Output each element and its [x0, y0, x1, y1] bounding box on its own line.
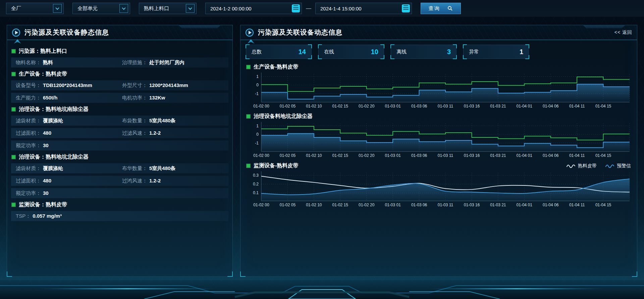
dynamic-info-panel: 污染源及关联设备动态信息 << 返回 总数 14 在线 10 离线 3 异	[240, 25, 637, 277]
wave-line-icon	[567, 164, 575, 168]
date-range-separator: —	[306, 5, 311, 11]
treatment-device-chart-block: 治理设备料地坑北除尘器 10-101-02 0001-02 0501-02 10…	[246, 113, 632, 159]
stat-card-abnormal: 异常 1	[463, 45, 529, 59]
green-square-icon	[12, 203, 15, 207]
x-tick-label: 01-03 21	[490, 203, 506, 207]
y-tick-label: 1	[256, 74, 259, 79]
x-tick-label: 01-02 20	[359, 203, 375, 207]
static-info-panel: 污染源及关联设备静态信息 污染源：熟料上料口 物料名称：熟料 治理措施：处于封闭…	[7, 25, 233, 277]
x-tick-label: 01-02 05	[280, 203, 296, 207]
chart-canvas: 0.30.20.101-02 0001-02 0501-02 1001-02 1…	[246, 171, 632, 208]
x-tick-label: 01-04 06	[543, 104, 559, 109]
info-row: 生产能力：650t/h 电机功率：132Kw	[11, 93, 228, 103]
search-button[interactable]: 查询	[421, 3, 461, 14]
x-tick-label: 01-03 06	[411, 153, 427, 158]
section-header-label: 治理设备：熟料地坑北除尘器	[19, 154, 89, 161]
y-tick-label: 0	[256, 83, 259, 87]
x-tick-label: 01-03 16	[464, 153, 480, 158]
x-tick-label: 01-03 01	[385, 153, 401, 158]
info-cell: 额定功率：30	[16, 190, 122, 197]
x-tick-label: 01-04 11	[569, 104, 585, 109]
y-tick-label: 0.3	[253, 173, 259, 178]
calendar-icon	[402, 4, 410, 12]
section-header: 监测设备：熟料皮带	[12, 201, 228, 208]
info-cell: 外型尺寸：1200*204143mm	[122, 82, 228, 89]
back-link[interactable]: << 返回	[614, 30, 632, 36]
x-tick-label: 01-04 15	[595, 153, 611, 158]
unit-select-value: 全部单元	[77, 5, 98, 12]
info-cell: 过滤风速：1.2-2	[122, 130, 228, 136]
bottom-decoration	[0, 278, 644, 299]
stat-value: 10	[371, 48, 378, 56]
x-tick-label: 01-02 15	[332, 104, 348, 109]
x-tick-label: 01-03 06	[411, 203, 427, 207]
x-tick-label: 01-03 21	[490, 104, 506, 109]
info-cell: 物料名称：熟料	[16, 59, 122, 66]
stat-card-total: 总数 14	[246, 45, 312, 59]
start-datetime-input[interactable]: 2024-1-2 00:00:00	[205, 3, 302, 14]
info-label: 布袋数量：	[122, 118, 147, 124]
x-tick-label: 01-02 10	[306, 153, 322, 158]
x-tick-label: 01-04 06	[543, 153, 559, 158]
x-tick-label: 01-03 16	[464, 104, 480, 109]
info-value: TDB1200*204143mm	[43, 82, 92, 88]
green-square-icon	[247, 164, 250, 168]
monitor-device-chart: 0.30.20.101-02 0001-02 0501-02 1001-02 1…	[246, 171, 632, 208]
chart-title: 治理设备料地坑北除尘器	[254, 113, 313, 120]
x-tick-label: 01-03 06	[411, 104, 427, 109]
y-tick-label: 0	[256, 132, 259, 137]
plant-select-value: 全厂	[11, 5, 21, 12]
x-tick-label: 01-02 15	[332, 153, 348, 158]
search-icon	[447, 6, 453, 11]
info-cell: 生产能力：650t/h	[16, 95, 122, 101]
info-value: 0.057 mg/m³	[33, 213, 62, 219]
x-tick-label: 01-02 05	[280, 104, 296, 109]
stat-label: 总数	[252, 49, 262, 55]
end-datetime-input[interactable]: 2024-1-4 15:00:00	[315, 3, 412, 14]
chart-title: 生产设备-熟料皮带	[254, 63, 298, 71]
x-tick-label: 01-02 20	[359, 104, 375, 109]
stat-value: 1	[520, 48, 523, 56]
green-square-icon	[12, 108, 15, 111]
x-tick-label: 01-04 01	[517, 104, 533, 109]
x-tick-label: 01-04 11	[569, 203, 585, 207]
info-cell: 滤袋材质：覆膜涤纶	[16, 118, 122, 124]
x-tick-label: 01-03 01	[385, 203, 401, 207]
x-tick-label: 01-02 10	[306, 203, 322, 207]
info-value: 覆膜涤纶	[43, 118, 63, 124]
play-circle-icon	[12, 28, 20, 37]
x-tick-label: 01-04 06	[543, 203, 559, 207]
info-label: 额定功率：	[16, 142, 41, 149]
source-select[interactable]: 熟料上料口	[139, 3, 197, 14]
series-line-green	[261, 77, 630, 91]
chart-canvas: 10-101-02 0001-02 0501-02 1001-02 1501-0…	[246, 72, 632, 110]
x-tick-label: 01-02 00	[253, 203, 269, 207]
info-label: 过鸿风速：	[122, 178, 147, 184]
info-value: 熟料	[43, 59, 53, 66]
info-value: 5室共480条	[149, 165, 175, 172]
chevron-down-icon	[119, 4, 128, 13]
info-row: TSP：0.057 mg/m³	[11, 211, 228, 221]
info-value: 30	[43, 190, 49, 196]
x-tick-label: 01-03 16	[464, 203, 480, 207]
info-cell: 过滤面积：480	[16, 178, 122, 184]
legend-item: 熟料皮带	[567, 163, 597, 169]
x-tick-label: 01-02 05	[280, 153, 296, 158]
info-value: 480	[43, 178, 51, 183]
y-tick-label: 0.2	[253, 182, 259, 186]
info-label: 布华数量：	[122, 165, 147, 172]
info-cell: 电机功率：132Kw	[122, 95, 228, 101]
main-content: 污染源及关联设备静态信息 污染源：熟料上料口 物料名称：熟料 治理措施：处于封闭…	[0, 17, 644, 277]
info-label: TSP：	[16, 213, 31, 219]
info-value: 处于封闭厂房内	[149, 59, 184, 66]
section-header-label: 污染源：熟料上料口	[19, 48, 67, 55]
info-value: 覆膜涤纶	[43, 165, 63, 172]
plant-select[interactable]: 全厂	[6, 3, 64, 14]
x-tick-label: 01-03 11	[438, 153, 453, 158]
green-square-icon	[12, 72, 15, 76]
info-row: 过滤面积：480 过鸿风速：1.2-2	[11, 176, 228, 186]
production-device-chart: 10-101-02 0001-02 0501-02 1001-02 1501-0…	[246, 72, 632, 110]
unit-select[interactable]: 全部单元	[72, 3, 130, 14]
x-tick-label: 01-03 11	[438, 104, 453, 109]
info-label: 过滤风速：	[122, 130, 147, 136]
